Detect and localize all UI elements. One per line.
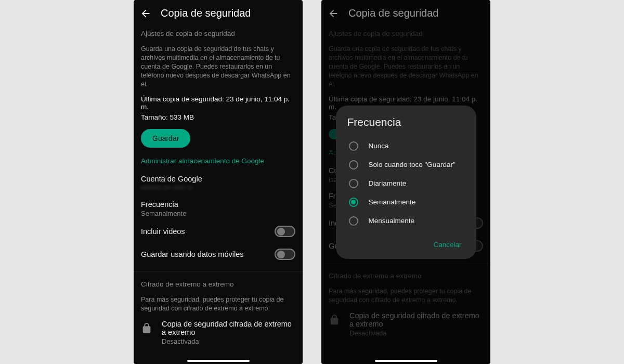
e2e-description: Para más seguridad, puedes proteger tu c…: [141, 295, 295, 313]
toggle-knob: [277, 251, 285, 258]
radio-option-weekly[interactable]: Semanalmente: [347, 193, 465, 212]
radio-icon: [349, 198, 358, 207]
phone-right: Copia de seguridad Ajustes de copia de s…: [321, 0, 490, 364]
mobile-data-toggle[interactable]: [275, 249, 295, 260]
home-indicator: [375, 360, 437, 362]
google-account-label: Cuenta de Google: [141, 175, 295, 183]
divider: [134, 271, 303, 272]
e2e-text: Copia de seguridad cifrada de extremo a …: [162, 320, 295, 345]
dialog-actions: Cancelar: [347, 237, 465, 253]
radio-label: Mensualmente: [369, 217, 415, 225]
frequency-value: Semanalmente: [141, 210, 295, 217]
radio-label: Solo cuando toco "Guardar": [369, 161, 456, 168]
e2e-status: Desactivada: [162, 337, 295, 345]
radio-icon: [349, 141, 358, 151]
e2e-encrypt-row[interactable]: Copia de seguridad cifrada de extremo a …: [141, 320, 295, 350]
e2e-title: Copia de seguridad cifrada de extremo a …: [162, 320, 295, 336]
radio-option-manual[interactable]: Solo cuando toco "Guardar": [347, 155, 465, 174]
include-videos-label: Incluir videos: [141, 227, 185, 236]
last-backup-status: Última copia de seguridad: 23 de junio, …: [141, 95, 295, 111]
mobile-data-label: Guardar usando datos móviles: [141, 250, 243, 258]
lock-icon: [141, 321, 152, 335]
cancel-button[interactable]: Cancelar: [430, 237, 464, 253]
radio-label: Diariamente: [369, 179, 407, 187]
backup-description: Guarda una copia de seguridad de tus cha…: [141, 45, 295, 88]
back-icon[interactable]: [140, 8, 151, 19]
section-label: Ajustes de copia de seguridad: [141, 30, 295, 37]
backup-size: Tamaño: 533 MB: [141, 113, 295, 121]
google-account-row[interactable]: Cuenta de Google •••••••• ••• ••••• ••: [141, 175, 295, 192]
page-title: Copia de seguridad: [161, 7, 251, 19]
phone-left: Copia de seguridad Ajustes de copia de s…: [134, 0, 303, 364]
radio-icon: [349, 216, 358, 226]
main-content: Ajustes de copia de seguridad Guarda una…: [134, 24, 303, 350]
radio-option-daily[interactable]: Diariamente: [347, 174, 465, 193]
radio-icon: [349, 179, 358, 188]
radio-label: Semanalmente: [369, 198, 416, 206]
dialog-title: Frecuencia: [347, 116, 465, 128]
mobile-data-row: Guardar usando datos móviles: [141, 249, 295, 260]
radio-option-monthly[interactable]: Mensualmente: [347, 212, 465, 230]
frequency-label: Frecuencia: [141, 200, 295, 209]
e2e-section-label: Cifrado de extremo a extremo: [141, 280, 295, 288]
frequency-dialog: Frecuencia Nunca Solo cuando toco "Guard…: [336, 106, 476, 259]
save-button[interactable]: Guardar: [141, 129, 190, 148]
include-videos-row: Incluir videos: [141, 226, 295, 237]
radio-icon: [349, 160, 358, 170]
home-indicator: [187, 360, 250, 362]
header: Copia de seguridad: [134, 0, 303, 24]
radio-option-never[interactable]: Nunca: [347, 137, 465, 155]
include-videos-toggle[interactable]: [275, 226, 295, 237]
google-account-value: •••••••• ••• ••••• ••: [141, 184, 295, 192]
manage-storage-link[interactable]: Administrar almacenamiento de Google: [141, 157, 295, 165]
toggle-knob: [277, 228, 285, 236]
frequency-row[interactable]: Frecuencia Semanalmente: [141, 200, 295, 217]
radio-label: Nunca: [369, 142, 389, 150]
